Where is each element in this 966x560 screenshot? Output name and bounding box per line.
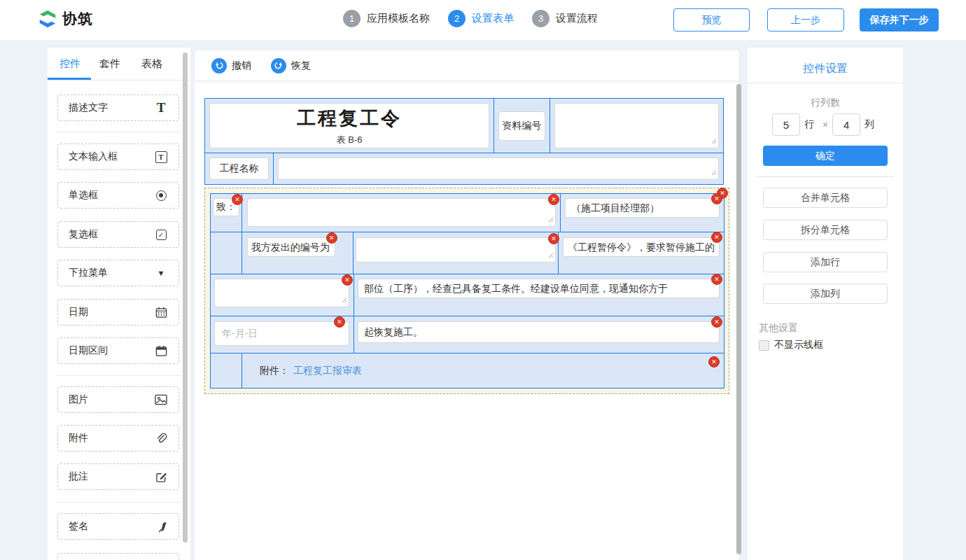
project-name-label-box[interactable]: 工程名称	[209, 158, 269, 180]
merge-cells-button[interactable]: 合并单元格	[763, 188, 888, 208]
redo-button[interactable]: 恢复	[271, 58, 311, 74]
sidebar-item-label: 文本输入框	[69, 150, 118, 163]
undo-button[interactable]: 撤销	[211, 58, 251, 74]
delete-element-icon[interactable]: ✕	[711, 274, 722, 285]
delete-element-icon[interactable]: ✕	[548, 194, 559, 205]
canvas-scrollbar[interactable]	[736, 84, 741, 554]
delete-element-icon[interactable]: ✕	[711, 232, 722, 243]
condition-text-box[interactable]: 部位（工序），经查已具备复工条件。经建设单位同意，现通知你方于	[358, 279, 720, 298]
panel-title: 控件设置	[748, 48, 903, 76]
sidebar-item-radio[interactable]: 单选框	[57, 182, 179, 209]
resize-handle-icon[interactable]	[342, 294, 347, 305]
selected-table-region[interactable]: ✕ 致： ✕ ✕	[204, 188, 729, 394]
sidebar-item-label: 签名	[69, 520, 88, 533]
project-name-input-cell	[274, 153, 723, 184]
project-name-cell: 工程名称	[205, 153, 274, 184]
sidebar-item-label: 复选框	[69, 228, 98, 241]
suspend-order-text-box[interactable]: 《工程暂停令》，要求暂停施工的	[563, 237, 720, 257]
form-title-box[interactable]: 工程复工令 表 B-6	[209, 103, 489, 148]
issued-no-textarea[interactable]: ✕	[356, 237, 556, 262]
step-number: 1	[343, 10, 360, 27]
sidebar-item-text-input[interactable]: 文本输入框 T	[57, 144, 179, 170]
doc-no-cell: 资料编号	[494, 99, 550, 153]
confirm-button[interactable]: 确定	[763, 146, 888, 166]
hide-border-checkbox[interactable]	[759, 340, 769, 351]
form-body-table: 致： ✕ ✕ （施工项目经理部） ✕	[210, 193, 724, 388]
signature-icon	[154, 521, 168, 533]
save-next-button[interactable]: 保存并下一步	[860, 8, 939, 31]
panel-divider	[748, 83, 903, 83]
form-header-table: 工程复工令 表 B-6 资料编号 工程名称	[204, 98, 724, 185]
sidebar-item-partial[interactable]	[57, 553, 179, 560]
sidebar-item-signature[interactable]: 签名	[57, 513, 179, 540]
to-input-cell: ✕	[242, 194, 561, 232]
part-textarea[interactable]: ✕	[214, 279, 349, 307]
tab-kits[interactable]: 套件	[99, 57, 120, 71]
rowcol-label: 行列数	[748, 97, 903, 109]
resize-handle-icon[interactable]	[711, 135, 717, 146]
delete-element-icon[interactable]: ✕	[711, 193, 722, 204]
sidebar-item-label: 日期	[69, 306, 88, 318]
hide-border-label: 不显示线框	[774, 339, 823, 351]
step-label: 设置流程	[556, 12, 598, 25]
date-cell: 年-月-日 ✕	[211, 316, 354, 353]
attachment-cell: 附件： 工程复工报审表 ✕	[242, 354, 724, 388]
rows-input[interactable]	[772, 113, 800, 136]
sidebar-item-dropdown[interactable]: 下拉菜单 ▼	[57, 260, 179, 286]
step-set-flow[interactable]: 3 设置流程	[532, 10, 598, 27]
tabs-divider	[48, 80, 190, 80]
sidebar-item-annotation[interactable]: 批注	[57, 463, 179, 490]
preview-button[interactable]: 预览	[673, 8, 750, 31]
add-col-button[interactable]: 添加列	[763, 284, 888, 304]
delete-element-icon[interactable]: ✕	[232, 194, 243, 205]
sidebar-item-label: 附件	[69, 432, 88, 444]
to-textarea[interactable]: ✕	[247, 198, 556, 227]
project-name-textarea[interactable]	[278, 158, 719, 180]
to-label-box[interactable]: 致： ✕	[213, 198, 239, 216]
doc-no-label-box[interactable]: 资料编号	[498, 111, 545, 141]
hide-border-option[interactable]: 不显示线框	[759, 339, 823, 351]
form-title: 工程复工令	[297, 106, 402, 131]
delete-element-icon[interactable]: ✕	[708, 356, 720, 368]
sidebar-item-date-range[interactable]: 日期区间	[57, 337, 179, 364]
sidebar-item-image[interactable]: 图片	[57, 386, 179, 413]
sidebar-divider	[57, 502, 181, 503]
prev-step-button[interactable]: 上一步	[767, 8, 844, 31]
sidebar-item-description-text[interactable]: 描述文字 T	[57, 94, 179, 121]
sidebar-item-label: 图片	[69, 393, 88, 406]
delete-element-icon[interactable]: ✕	[711, 316, 722, 328]
panel-divider	[756, 176, 895, 177]
resize-handle-icon[interactable]	[711, 167, 717, 178]
sidebar-scrollbar[interactable]	[183, 52, 188, 542]
split-cells-button[interactable]: 拆分单元格	[763, 220, 888, 240]
delete-element-icon[interactable]: ✕	[548, 233, 559, 244]
tab-widgets[interactable]: 控件	[59, 57, 80, 71]
add-row-button[interactable]: 添加行	[763, 252, 888, 272]
delete-element-icon[interactable]: ✕	[342, 274, 353, 286]
issued-no-cell: 我方发出的编号为 ✕	[242, 232, 354, 274]
issued-no-label-box[interactable]: 我方发出的编号为	[247, 237, 335, 257]
rows-unit: 行	[804, 118, 814, 131]
resume-text-box[interactable]: 起恢复施工。	[358, 321, 720, 343]
sidebar-item-attachment[interactable]: 附件	[57, 425, 179, 451]
sidebar-item-label: 下拉菜单	[69, 267, 108, 279]
condition-cell: 部位（工序），经查已具备复工条件。经建设单位同意，现通知你方于 ✕	[354, 274, 724, 316]
delete-element-icon[interactable]: ✕	[334, 316, 345, 328]
rowcol-controls: 行 × 列	[748, 113, 903, 136]
resume-date-input[interactable]: 年-月-日	[214, 321, 349, 346]
attachment-link[interactable]: 工程复工报审表	[293, 365, 362, 377]
doc-no-textarea[interactable]	[554, 103, 719, 148]
tab-tables[interactable]: 表格	[141, 57, 162, 71]
resize-handle-icon[interactable]	[548, 214, 554, 225]
sidebar-item-checkbox[interactable]: 复选框 ✓	[57, 221, 179, 248]
undo-icon	[211, 58, 227, 74]
cols-input[interactable]	[832, 113, 860, 136]
step-set-form[interactable]: 2 设置表单	[448, 10, 514, 27]
sidebar-item-label: 单选框	[69, 189, 98, 202]
step-template-name[interactable]: 1 应用模板名称	[343, 10, 430, 27]
annotation-icon	[154, 471, 168, 483]
sidebar-item-date[interactable]: 日期	[57, 299, 179, 326]
dept-text-box[interactable]: （施工项目经理部）	[565, 198, 720, 218]
resize-handle-icon[interactable]	[548, 249, 554, 260]
delete-element-icon[interactable]: ✕	[326, 232, 337, 244]
